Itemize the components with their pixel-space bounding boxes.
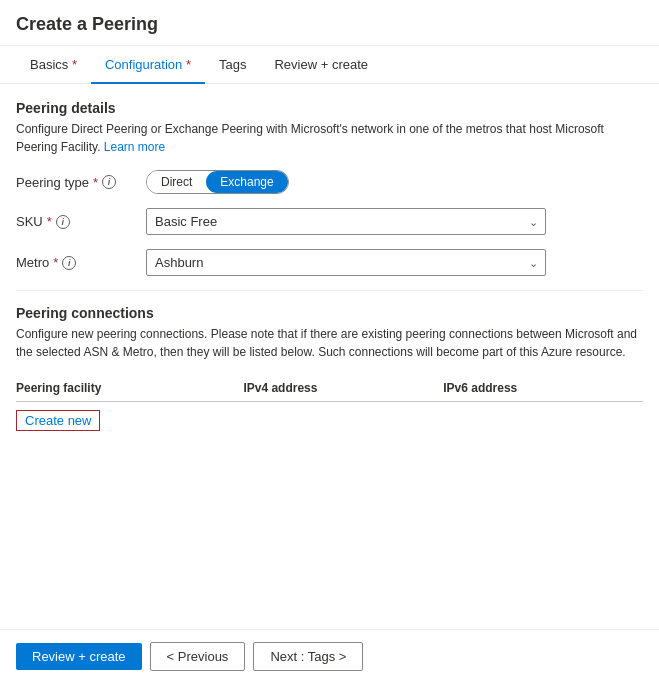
page-container: Create a Peering Basics Configuration Ta…	[0, 0, 659, 683]
col-ipv6-address: IPv6 address	[443, 375, 643, 402]
peering-type-exchange[interactable]: Exchange	[206, 171, 287, 193]
metro-info-icon[interactable]: i	[62, 256, 76, 270]
sku-select[interactable]: Basic Free Premium Free	[146, 208, 546, 235]
sku-required-star: *	[47, 214, 52, 229]
sku-label: SKU * i	[16, 214, 146, 229]
create-new-container: Create new	[16, 402, 643, 431]
peering-details-desc: Configure Direct Peering or Exchange Pee…	[16, 120, 643, 156]
col-peering-facility: Peering facility	[16, 375, 243, 402]
peering-type-required-star: *	[93, 175, 98, 190]
peering-type-info-icon[interactable]: i	[102, 175, 116, 189]
section-divider	[16, 290, 643, 291]
footer: Review + create < Previous Next : Tags >	[0, 629, 659, 683]
main-content: Peering details Configure Direct Peering…	[0, 84, 659, 629]
peering-type-label: Peering type * i	[16, 175, 146, 190]
connections-table: Peering facility IPv4 address IPv6 addre…	[16, 375, 643, 402]
metro-select[interactable]: Ashburn Atlanta Chicago Dallas Los Angel…	[146, 249, 546, 276]
tab-tags[interactable]: Tags	[205, 47, 260, 84]
tab-basics[interactable]: Basics	[16, 47, 91, 84]
tab-configuration[interactable]: Configuration	[91, 47, 205, 84]
metro-row: Metro * i Ashburn Atlanta Chicago Dallas…	[16, 249, 643, 276]
previous-button[interactable]: < Previous	[150, 642, 246, 671]
learn-more-link[interactable]: Learn more	[104, 140, 165, 154]
sku-select-wrapper: Basic Free Premium Free ⌄	[146, 208, 546, 235]
review-create-button[interactable]: Review + create	[16, 643, 142, 670]
page-header: Create a Peering	[0, 0, 659, 46]
col-ipv4-address: IPv4 address	[243, 375, 443, 402]
peering-details-title: Peering details	[16, 100, 643, 116]
metro-control: Ashburn Atlanta Chicago Dallas Los Angel…	[146, 249, 643, 276]
create-new-button[interactable]: Create new	[16, 410, 100, 431]
tab-review-create[interactable]: Review + create	[260, 47, 382, 84]
sku-control: Basic Free Premium Free ⌄	[146, 208, 643, 235]
metro-select-wrapper: Ashburn Atlanta Chicago Dallas Los Angel…	[146, 249, 546, 276]
peering-type-toggle: Direct Exchange	[146, 170, 289, 194]
sku-label-text: SKU	[16, 214, 43, 229]
metro-label: Metro * i	[16, 255, 146, 270]
peering-connections-section: Peering connections Configure new peerin…	[16, 305, 643, 431]
peering-type-row: Peering type * i Direct Exchange	[16, 170, 643, 194]
tabs-bar: Basics Configuration Tags Review + creat…	[0, 46, 659, 84]
peering-connections-title: Peering connections	[16, 305, 643, 321]
connections-table-header-row: Peering facility IPv4 address IPv6 addre…	[16, 375, 643, 402]
sku-info-icon[interactable]: i	[56, 215, 70, 229]
peering-type-direct[interactable]: Direct	[147, 171, 206, 193]
peering-connections-desc: Configure new peering connections. Pleas…	[16, 325, 643, 361]
page-title: Create a Peering	[16, 14, 643, 35]
metro-required-star: *	[53, 255, 58, 270]
sku-row: SKU * i Basic Free Premium Free ⌄	[16, 208, 643, 235]
peering-type-control: Direct Exchange	[146, 170, 643, 194]
peering-type-label-text: Peering type	[16, 175, 89, 190]
metro-label-text: Metro	[16, 255, 49, 270]
next-button[interactable]: Next : Tags >	[253, 642, 363, 671]
peering-details-section: Peering details Configure Direct Peering…	[16, 100, 643, 276]
